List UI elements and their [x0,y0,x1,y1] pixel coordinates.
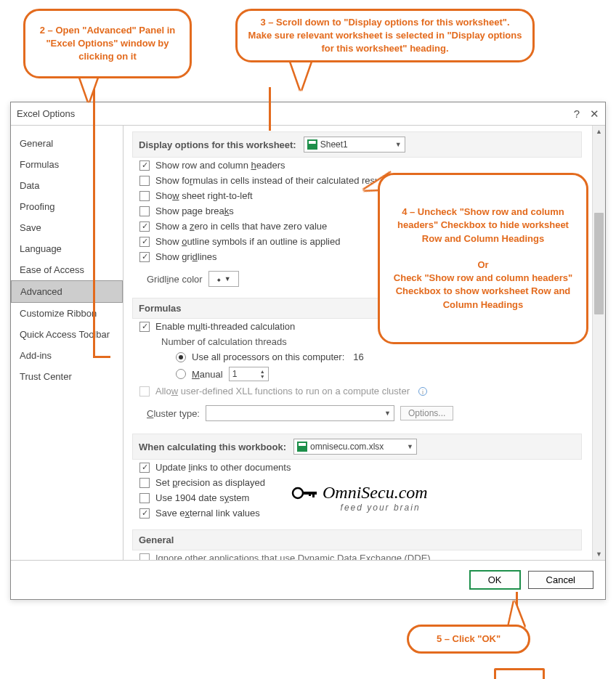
window-title: Excel Options [17,108,574,119]
cb-update-links[interactable]: Update links to other documents [132,460,598,475]
checkbox-icon [139,252,150,262]
key-icon [291,484,320,502]
radio-use-all[interactable] [176,352,186,362]
checkbox-icon [139,176,150,186]
svg-rect-3 [309,492,311,496]
chevron-down-icon: ▼ [384,410,391,417]
worksheet-name: Sheet1 [320,139,348,150]
chevron-down-icon: ▼ [224,275,231,282]
sidebar-item-data[interactable]: Data [11,175,123,196]
cancel-button[interactable]: Cancel [528,571,593,589]
cb-dde[interactable]: Ignore other applications that use Dynam… [132,550,598,560]
checkbox-icon [139,160,150,171]
radio-manual-label: Manual [192,369,223,380]
worksheet-selector[interactable]: Sheet1 ▼ [304,137,405,153]
checkbox-icon [139,322,150,332]
cluster-options-button: Options... [400,406,453,420]
excel-workbook-icon [297,442,307,452]
heading-calc-workbook: When calculating this workbook: [139,442,286,452]
svg-point-0 [293,488,303,498]
callout-3: 3 – Scroll down to "Display options for … [235,9,535,62]
sidebar-item-formulas[interactable]: Formulas [11,154,123,175]
callout-3-tail [291,61,311,90]
cluster-type-dropdown[interactable]: ▼ [206,405,394,421]
titlebar: Excel Options ? ✕ [11,102,605,126]
sidebar-item-general[interactable]: General [11,133,123,154]
sidebar-item-save[interactable]: Save [11,217,123,238]
checkbox-icon [139,237,150,247]
workbook-selector[interactable]: omnisecu.com.xlsx ▼ [293,439,417,455]
ok-button[interactable]: OK [469,570,521,590]
callout-2-connector-h [93,356,110,358]
sidebar-item-trust-center[interactable]: Trust Center [11,366,123,387]
cluster-type-label: Cluster type: [147,408,200,419]
checkbox-icon [139,553,150,561]
scroll-down-icon[interactable]: ▼ [593,548,605,560]
callout-5: 5 – Click "OK" [407,625,530,654]
checkbox-icon [139,386,150,397]
section-general: General [132,529,582,550]
radio-use-all-label: Use all processors on this computer: [192,351,344,362]
callout-2-tail [80,77,97,102]
processor-count: 16 [353,351,363,362]
cb-row-col-headers[interactable]: Show row and column headers [132,158,598,173]
help-icon[interactable]: ? [574,107,580,121]
color-swatch-icon: ⬥ [216,275,222,283]
callout-3-connector [269,87,271,131]
watermark: OmniSecu.com feed your brain [291,483,428,513]
sidebar-item-language[interactable]: Language [11,238,123,259]
checkbox-icon [139,206,150,216]
scroll-thumb[interactable] [594,213,604,314]
chevron-down-icon: ▼ [395,141,402,148]
sidebar-item-quick-access-toolbar[interactable]: Quick Access Toolbar [11,324,123,345]
radio-manual[interactable] [176,369,186,379]
section-calc-workbook: When calculating this workbook: omnisecu… [132,434,582,460]
callout-2: 2 – Open "Advanced" Panel in "Excel Opti… [23,9,192,78]
svg-rect-2 [312,492,315,497]
cb-xll-cluster: Allow user-defined XLL functions to run … [132,383,598,399]
vertical-scrollbar[interactable]: ▲ ▼ [592,126,605,560]
sidebar-item-ease-of-access[interactable]: Ease of Access [11,259,123,280]
callout-4: 4 – Uncheck "Show row and column headers… [378,173,588,344]
sidebar: General Formulas Data Proofing Save Lang… [11,126,123,560]
heading-display-worksheet: Display options for this worksheet: [139,139,296,150]
section-display-worksheet: Display options for this worksheet: Shee… [132,131,582,158]
sidebar-item-proofing[interactable]: Proofing [11,196,123,217]
checkbox-icon [139,463,150,473]
highlight-ok [494,668,545,679]
checkbox-icon [139,508,150,519]
gridline-color-label: Gridline color [147,274,203,285]
scroll-up-icon[interactable]: ▲ [593,126,605,137]
callout-5-tail [508,601,524,627]
chevron-down-icon: ▼ [407,443,413,450]
info-icon[interactable]: i [418,387,427,396]
sidebar-item-advanced[interactable]: Advanced [11,280,123,303]
close-icon[interactable]: ✕ [590,107,599,121]
checkbox-icon [139,221,150,232]
workbook-name: omnisecu.com.xlsx [310,442,384,452]
sidebar-item-customize-ribbon[interactable]: Customize Ribbon [11,303,123,324]
checkbox-icon [139,478,150,488]
gridline-color-picker[interactable]: ⬥ ▼ [208,271,239,287]
checkbox-icon [139,191,150,201]
checkbox-icon [139,493,150,503]
excel-sheet-icon [307,139,317,150]
manual-threads-spinner[interactable]: 1 ▲▼ [229,367,269,381]
callout-2-connector [93,87,95,356]
